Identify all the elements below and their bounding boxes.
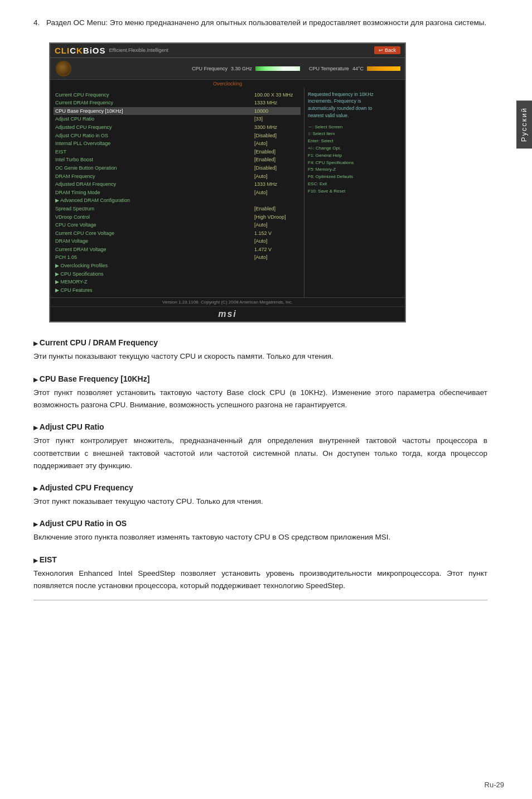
bios-menu-item[interactable]: DRAM Voltage[Auto] [54, 237, 301, 246]
menu-item-label: ▶ Overclocking Profiles [55, 262, 108, 269]
bios-main-area: Current CPU Frequency100.00 X 33 MHzCurr… [50, 88, 405, 298]
key-hint: F1: General Help [308, 152, 402, 160]
cpu-temp-value: 44°C [352, 66, 364, 71]
menu-item-value: [Enabled] [254, 205, 299, 213]
help-line: Increments. Frequency is [308, 98, 402, 105]
bios-menu-item[interactable]: ▶ MEMORY-Z [54, 278, 301, 286]
bios-screenshot: CLICKBiOS Efficient.Flexible.Intelligent… [49, 42, 406, 323]
key-hint: ↔: Select Screen [308, 124, 402, 131]
menu-item-label: Current CPU Core Voltage [55, 230, 114, 237]
bios-menu-item[interactable]: ▶ Advanced DRAM Configuration [54, 196, 301, 205]
section-body-adjusted-cpu-freq: Этот пункт показывает текущую частоту CP… [33, 495, 487, 508]
menu-item-label: EIST [55, 148, 66, 156]
bios-menu-item[interactable]: EIST[Enabled] [54, 148, 301, 156]
bios-menu-item[interactable]: Current DRAM Frequency1333 MHz [54, 99, 301, 107]
bios-oc-label: Overclocking [50, 80, 405, 88]
oc-label-text: Overclocking [213, 81, 242, 86]
section-heading-current-cpu-dram: Current CPU / DRAM Frequency [33, 338, 487, 347]
bios-menu-item[interactable]: Current DRAM Voltage1.472 V [54, 246, 301, 254]
bios-menu-list: Current CPU Frequency100.00 X 33 MHzCurr… [50, 88, 304, 298]
bios-menu-item[interactable]: ▶ CPU Specifications [54, 270, 301, 278]
menu-item-value: [Enabled] [254, 148, 299, 156]
section-heading-adjust-cpu-ratio-os: Adjust CPU Ratio in OS [33, 519, 487, 528]
cpu-freq-label: CPU Frequency [192, 66, 228, 71]
bios-back-button[interactable]: ↩ Back [374, 46, 400, 54]
cpu-temp-bar [367, 66, 400, 71]
bios-menu-item[interactable]: Intel Turbo Boost[Enabled] [54, 156, 301, 164]
menu-item-label: ▶ CPU Features [55, 287, 93, 294]
key-hint: +/-: Change Opt. [308, 145, 402, 152]
menu-item-label: ▶ MEMORY-Z [55, 278, 88, 286]
menu-item-value: 1.152 V [254, 230, 299, 237]
menu-item-label: DRAM Frequency [55, 173, 95, 180]
page-container: Русский 4. Раздел OC Menu: Это меню пред… [0, 0, 532, 799]
menu-item-value: [High VDroop] [254, 214, 299, 221]
menu-item-label: Adjusted CPU Frequency [55, 124, 112, 131]
menu-item-label: Adjust CPU Ratio [55, 115, 94, 123]
bios-menu-item[interactable]: VDroop Control[High VDroop] [54, 213, 301, 222]
help-line: Requested frequency in 10KHz [308, 91, 402, 98]
bios-menu-item[interactable]: Internal PLL Overvoltage[Auto] [54, 139, 301, 148]
bios-menu-item[interactable]: CPU Base Frequency [10KHz]10000 [54, 107, 301, 115]
menu-item-label: VDroop Control [55, 214, 90, 221]
bios-menu-item[interactable]: ▶ Overclocking Profiles [54, 262, 301, 270]
bios-menu-item[interactable]: DRAM Frequency[Auto] [54, 172, 301, 181]
bios-menu-item[interactable]: ▶ CPU Features [54, 286, 301, 295]
bios-menu-item[interactable]: DRAM Timing Mode[Auto] [54, 189, 301, 197]
nav-circle [56, 61, 71, 76]
menu-item-label: ▶ Advanced DRAM Configuration [55, 197, 130, 204]
bios-menu-item[interactable]: Adjusted DRAM Frequency1333 MHz [54, 180, 301, 189]
menu-item-value: 1.472 V [254, 246, 299, 253]
menu-item-value: 10000 [254, 108, 299, 115]
bios-menu-container: Current CPU Frequency100.00 X 33 MHzCurr… [54, 91, 301, 295]
bios-help-text: Requested frequency in 10KHzIncrements. … [308, 91, 402, 119]
cpu-freq-bar [255, 66, 300, 71]
bios-menu-item[interactable]: Current CPU Core Voltage1.152 V [54, 229, 301, 238]
menu-item-label: Adjusted DRAM Frequency [55, 181, 116, 188]
bios-logo: CLICKBiOS [55, 46, 106, 55]
menu-item-value: [33] [254, 115, 299, 123]
menu-item-label: DRAM Voltage [55, 238, 88, 245]
bios-header: CLICKBiOS Efficient.Flexible.Intelligent… [50, 44, 405, 58]
intro-text: Раздел OC Menu: Это меню предназначено д… [46, 18, 486, 27]
bios-menu-item[interactable]: Current CPU Frequency100.00 X 33 MHz [54, 91, 301, 99]
bios-menu-item[interactable]: Adjusted CPU Frequency3300 MHz [54, 123, 301, 132]
bios-menu-item[interactable]: Adjust CPU Ratio in OS[Disabled] [54, 132, 301, 140]
menu-item-label: PCH 1.05 [55, 254, 77, 261]
key-hint: ESC: Exit [308, 181, 402, 188]
key-hint: F6: Optimized Defaults [308, 174, 402, 181]
bios-key-hints: ↔: Select Screen↕: Select ItemEnter: Sel… [308, 124, 402, 195]
nav-icon-area [55, 60, 72, 78]
menu-item-value: [Enabled] [254, 156, 299, 163]
menu-item-value: 1333 MHz [254, 181, 299, 188]
menu-item-value: [Auto] [254, 254, 299, 261]
menu-item-value: [Disabled] [254, 165, 299, 172]
cpu-freq-value: 3.30 GHz [231, 66, 252, 71]
menu-item-value: [Auto] [254, 189, 299, 196]
bios-menu-item[interactable]: PCH 1.05[Auto] [54, 253, 301, 262]
bios-brand: msi [50, 306, 405, 321]
bottom-divider [33, 600, 487, 600]
section-heading-adjusted-cpu-freq: Adjusted CPU Frequency [33, 483, 487, 492]
menu-item-label: Current DRAM Frequency [55, 99, 113, 107]
help-line: nearest valid value. [308, 112, 402, 119]
section-heading-cpu-base-freq: CPU Base Frequency [10KHz] [33, 374, 487, 383]
menu-item-label: Adjust CPU Ratio in OS [55, 132, 108, 139]
help-line: automatically rounded down to [308, 105, 402, 112]
bios-help-panel: Requested frequency in 10KHzIncrements. … [304, 88, 405, 298]
menu-item-value: [Auto] [254, 222, 299, 229]
cpu-freq-status: CPU Frequency 3.30 GHz [192, 60, 300, 78]
bios-menu-item[interactable]: Spread Spectrum[Enabled] [54, 205, 301, 213]
bios-footer-text: Version 1.23.1108. Copyright (C) 2008 Am… [162, 300, 293, 305]
bios-status-bar: CPU Frequency 3.30 GHz CPU Temperature 4… [50, 58, 405, 80]
menu-item-value: [Auto] [254, 140, 299, 147]
bios-menu-item[interactable]: Adjust CPU Ratio[33] [54, 115, 301, 123]
spacer [81, 60, 183, 78]
bios-menu-item[interactable]: CPU Core Voltage[Auto] [54, 221, 301, 229]
key-hint: ↕: Select Item [308, 131, 402, 138]
sections-container: Current CPU / DRAM FrequencyЭти пункты п… [33, 338, 487, 592]
section-heading-adjust-cpu-ratio: Adjust CPU Ratio [33, 422, 487, 431]
section-body-adjust-cpu-ratio: Этот пункт контролирует множитель, предн… [33, 435, 487, 472]
bios-menu-item[interactable]: OC Genie Button Operation[Disabled] [54, 164, 301, 172]
cpu-temp-label: CPU Temperature [309, 66, 349, 71]
